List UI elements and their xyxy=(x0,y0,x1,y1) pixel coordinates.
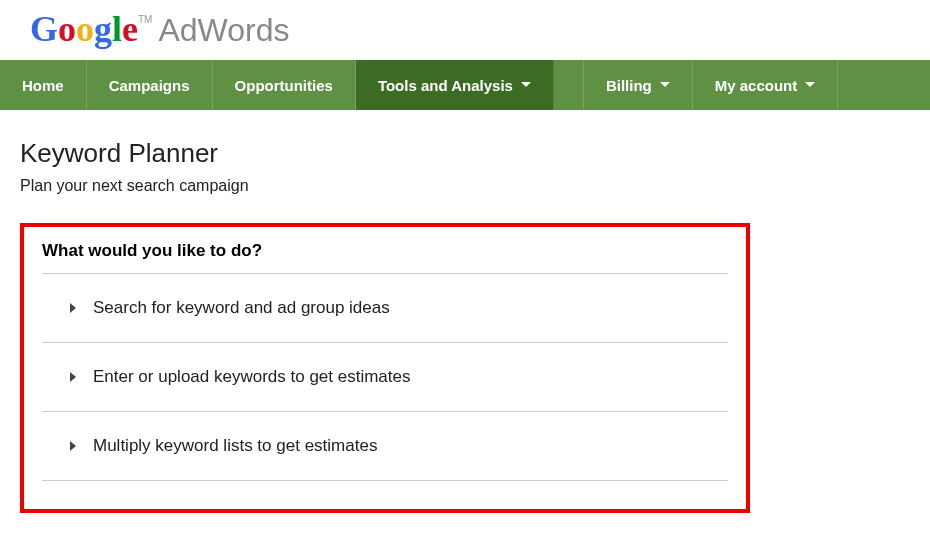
caret-right-icon xyxy=(70,441,77,451)
option-label: Enter or upload keywords to get estimate… xyxy=(93,367,411,387)
nav-item-tools-analysis[interactable]: Tools and Analysis xyxy=(356,60,554,110)
google-logo: Google xyxy=(30,8,138,50)
highlighted-panel: What would you like to do? Search for ke… xyxy=(20,223,750,513)
nav-item-my-account[interactable]: My account xyxy=(693,60,839,110)
prompt-question: What would you like to do? xyxy=(42,241,728,274)
nav-item-campaigns[interactable]: Campaigns xyxy=(87,60,213,110)
chevron-down-icon xyxy=(805,82,815,88)
nav-item-billing[interactable]: Billing xyxy=(584,60,693,110)
option-enter-upload[interactable]: Enter or upload keywords to get estimate… xyxy=(42,343,728,412)
nav-label: Home xyxy=(22,77,64,94)
nav-item-opportunities[interactable]: Opportunities xyxy=(213,60,356,110)
nav-label: Campaigns xyxy=(109,77,190,94)
logo: Google TM AdWords xyxy=(30,8,900,50)
option-label: Multiply keyword lists to get estimates xyxy=(93,436,377,456)
nav-spacer xyxy=(554,60,584,110)
nav-item-home[interactable]: Home xyxy=(0,60,87,110)
header: Google TM AdWords xyxy=(0,0,930,60)
chevron-down-icon xyxy=(521,82,531,88)
option-label: Search for keyword and ad group ideas xyxy=(93,298,390,318)
nav-label: Tools and Analysis xyxy=(378,77,513,94)
trademark: TM xyxy=(138,14,152,25)
option-multiply-lists[interactable]: Multiply keyword lists to get estimates xyxy=(42,412,728,481)
nav-label: My account xyxy=(715,77,798,94)
nav-label: Opportunities xyxy=(235,77,333,94)
option-search-keywords[interactable]: Search for keyword and ad group ideas xyxy=(42,274,728,343)
chevron-down-icon xyxy=(660,82,670,88)
navbar: Home Campaigns Opportunities Tools and A… xyxy=(0,60,930,110)
nav-label: Billing xyxy=(606,77,652,94)
content: Keyword Planner Plan your next search ca… xyxy=(0,110,930,533)
page-subtitle: Plan your next search campaign xyxy=(20,177,910,195)
page-title: Keyword Planner xyxy=(20,138,910,169)
caret-right-icon xyxy=(70,372,77,382)
product-name: AdWords xyxy=(158,12,289,49)
caret-right-icon xyxy=(70,303,77,313)
